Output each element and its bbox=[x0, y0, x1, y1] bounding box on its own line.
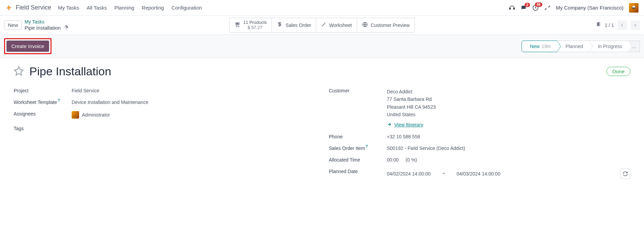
svg-rect-5 bbox=[632, 7, 633, 7]
label-project: Project bbox=[14, 88, 72, 93]
breadcrumb-parent[interactable]: My Tasks bbox=[25, 19, 68, 25]
stat-sales-order-button[interactable]: Sales Order bbox=[272, 18, 316, 33]
stat-worksheet-button[interactable]: Worksheet bbox=[316, 18, 357, 33]
status-bar: New 19m Planned In Progress … bbox=[522, 41, 640, 52]
pager: 1 / 1 bbox=[596, 20, 640, 30]
value-allocated-time[interactable]: 00:00 (0 %) bbox=[387, 157, 630, 163]
status-new[interactable]: New 19m bbox=[522, 41, 557, 52]
support-icon[interactable] bbox=[509, 5, 515, 11]
form-right-column: Customer Deco Addict 77 Santa Barbara Rd… bbox=[329, 85, 630, 182]
status-planned[interactable]: Planned bbox=[557, 41, 589, 52]
gear-icon[interactable] bbox=[63, 25, 68, 31]
label-sales-order-item: Sales Order Item? bbox=[329, 146, 387, 151]
tools-icon[interactable] bbox=[544, 5, 551, 11]
dollar-icon bbox=[277, 21, 283, 29]
value-assignees[interactable]: Administrator bbox=[72, 111, 315, 120]
company-selector[interactable]: My Company (San Francisco) bbox=[556, 5, 624, 11]
svg-rect-6 bbox=[634, 7, 635, 7]
menu-my-tasks[interactable]: My Tasks bbox=[58, 5, 79, 11]
menu-all-tasks[interactable]: All Tasks bbox=[87, 5, 107, 11]
pager-next-button[interactable] bbox=[630, 20, 640, 30]
top-nav: Field Service My Tasks All Tasks Plannin… bbox=[0, 0, 644, 16]
assignee-avatar-icon bbox=[72, 111, 79, 119]
pager-counter[interactable]: 1 / 1 bbox=[605, 22, 614, 28]
arrow-right-icon bbox=[441, 171, 446, 177]
label-allocated-time: Allocated Time bbox=[329, 157, 387, 163]
value-planned-date[interactable]: 04/02/2024 14:00:00 04/03/2024 14:00:00 bbox=[387, 169, 630, 179]
arrow-right-icon bbox=[387, 122, 392, 128]
page-title[interactable]: Pipe Installation bbox=[29, 65, 601, 78]
form-sheet: Pipe Installation Done Project Field Ser… bbox=[0, 58, 644, 189]
refresh-button[interactable] bbox=[620, 169, 630, 179]
view-itinerary-link[interactable]: View Itinerary bbox=[387, 122, 423, 128]
label-planned-date: Planned Date bbox=[329, 169, 387, 174]
value-customer[interactable]: Deco Addict 77 Santa Barbara Rd Pleasant… bbox=[387, 88, 630, 128]
breadcrumb-current: Pipe Installation bbox=[25, 25, 68, 31]
main-menu: My Tasks All Tasks Planning Reporting Co… bbox=[58, 5, 202, 11]
action-bar: Create Invoice New 19m Planned In Progre… bbox=[0, 35, 644, 58]
highlight-box: Create Invoice bbox=[4, 38, 52, 54]
value-project[interactable]: Field Service bbox=[72, 88, 315, 93]
new-button[interactable]: New bbox=[4, 20, 22, 30]
pager-prev-button[interactable] bbox=[617, 20, 627, 30]
done-button[interactable]: Done bbox=[606, 67, 630, 76]
app-logo-icon bbox=[5, 4, 12, 11]
label-tags: Tags bbox=[14, 126, 72, 131]
app-name: Field Service bbox=[16, 4, 51, 11]
cart-icon: + bbox=[234, 21, 240, 29]
label-assignees: Assignees bbox=[14, 111, 72, 117]
help-icon[interactable]: ? bbox=[58, 98, 60, 102]
svg-text:+: + bbox=[238, 22, 239, 25]
activity-badge: 66 bbox=[535, 2, 542, 7]
menu-reporting[interactable]: Reporting bbox=[142, 5, 164, 11]
svg-rect-0 bbox=[509, 8, 510, 10]
value-worksheet-template[interactable]: Device Installation and Maintenance bbox=[72, 100, 315, 105]
svg-rect-1 bbox=[513, 8, 514, 10]
form-left-column: Project Field Service Worksheet Template… bbox=[14, 85, 315, 182]
stat-customer-preview-button[interactable]: Customer Preview bbox=[357, 18, 415, 33]
bookmark-icon[interactable] bbox=[596, 21, 601, 29]
pencil-icon bbox=[321, 22, 326, 28]
value-sales-order-item[interactable]: S00192 - Field Service (Deco Addict) bbox=[387, 146, 630, 151]
chat-icon[interactable]: 2 bbox=[521, 5, 527, 11]
menu-configuration[interactable]: Configuration bbox=[172, 5, 202, 11]
label-phone: Phone bbox=[329, 134, 387, 139]
label-customer: Customer bbox=[329, 88, 387, 93]
value-phone[interactable]: +32 10 588 558 bbox=[387, 134, 630, 139]
status-in-progress[interactable]: In Progress bbox=[589, 41, 629, 52]
create-invoice-button[interactable]: Create Invoice bbox=[6, 41, 49, 52]
globe-icon bbox=[362, 21, 368, 29]
menu-planning[interactable]: Planning bbox=[114, 5, 134, 11]
help-icon[interactable]: ? bbox=[366, 144, 368, 148]
stat-buttons: + 11 Products $ 57.27 Sales Order Worksh… bbox=[229, 18, 415, 33]
activity-icon[interactable]: 66 bbox=[532, 4, 539, 11]
label-worksheet-template: Worksheet Template? bbox=[14, 100, 72, 105]
control-panel: New My Tasks Pipe Installation + 11 Prod… bbox=[0, 16, 644, 35]
user-avatar[interactable] bbox=[629, 3, 639, 13]
star-icon[interactable] bbox=[14, 66, 24, 77]
chat-badge: 2 bbox=[525, 3, 530, 7]
breadcrumb: My Tasks Pipe Installation bbox=[25, 19, 68, 31]
stat-products-button[interactable]: + 11 Products $ 57.27 bbox=[229, 18, 272, 33]
